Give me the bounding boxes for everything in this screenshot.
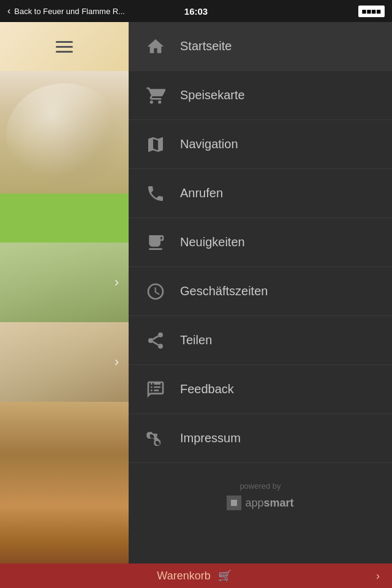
newspaper-icon xyxy=(143,230,168,255)
hamburger-line-2 xyxy=(56,46,73,48)
menu-item-anrufen[interactable]: Anrufen xyxy=(129,169,392,218)
green-highlight-bar xyxy=(0,194,129,243)
svg-point-2 xyxy=(158,344,163,349)
hamburger-line-1 xyxy=(56,41,73,43)
food-image-droplets xyxy=(0,71,129,194)
warenkorb-section[interactable]: Warenkorb 🛒 xyxy=(12,569,376,582)
svg-line-3 xyxy=(153,342,158,345)
feedback-icon xyxy=(143,377,168,402)
left-images: › › xyxy=(0,71,129,564)
status-time: 16:03 xyxy=(184,6,208,17)
home-icon xyxy=(143,34,168,59)
menu-label-navigation: Navigation xyxy=(180,137,238,151)
menu-label-teilen: Teilen xyxy=(180,333,212,347)
hamburger-line-3 xyxy=(56,51,73,53)
appsmart-icon-inner xyxy=(231,500,237,506)
handshake-icon xyxy=(143,426,168,451)
appsmart-logo: appsmart xyxy=(227,496,293,510)
menu-label-speisekarte: Speisekarte xyxy=(180,88,245,102)
status-battery: ■■■■ xyxy=(358,6,385,17)
menu-label-startseite: Startseite xyxy=(180,39,232,53)
warenkorb-label: Warenkorb xyxy=(157,570,210,582)
back-label: Back to Feuer und Flamme R... xyxy=(14,7,125,16)
menu-item-teilen[interactable]: Teilen xyxy=(129,316,392,365)
status-bar: ‹ Back to Feuer und Flamme R... 16:03 ■■… xyxy=(0,0,392,22)
svg-point-0 xyxy=(158,332,163,337)
burger-image xyxy=(0,402,129,564)
bottom-chevron-icon[interactable]: › xyxy=(376,570,380,582)
cart-icon xyxy=(143,83,168,108)
menu-item-startseite[interactable]: Startseite xyxy=(129,22,392,71)
menu-label-geschaeftszeiten: Geschäftszeiten xyxy=(180,284,268,298)
powered-by-label: powered by xyxy=(239,481,281,491)
menu-item-navigation[interactable]: Navigation xyxy=(129,120,392,169)
status-back[interactable]: ‹ Back to Feuer und Flamme R... xyxy=(7,6,125,17)
menu-item-neuigkeiten[interactable]: Neuigkeiten xyxy=(129,218,392,267)
warenkorb-cart-icon: 🛒 xyxy=(218,569,232,582)
menu-label-feedback: Feedback xyxy=(180,382,234,396)
left-panel: › › xyxy=(0,22,129,564)
left-header xyxy=(0,22,129,71)
menu-item-geschaeftszeiten[interactable]: Geschäftszeiten xyxy=(129,267,392,316)
menu-label-impressum: Impressum xyxy=(180,431,241,445)
chevron-right-icon-1: › xyxy=(115,274,119,290)
back-arrow-icon: ‹ xyxy=(7,6,10,17)
chevron-right-icon-2: › xyxy=(115,354,119,370)
main-layout: › › Startseite xyxy=(0,22,392,564)
hamburger-menu-button[interactable] xyxy=(56,41,73,53)
phone-icon xyxy=(143,181,168,206)
menu-item-feedback[interactable]: Feedback xyxy=(129,365,392,414)
menu-label-neuigkeiten: Neuigkeiten xyxy=(180,235,245,249)
food-section-1[interactable]: › xyxy=(0,243,129,322)
food-section-2[interactable]: › xyxy=(0,322,129,402)
appsmart-text: appsmart xyxy=(245,497,293,510)
appsmart-icon xyxy=(227,496,241,510)
svg-point-1 xyxy=(148,338,153,343)
map-icon xyxy=(143,132,168,157)
menu-item-impressum[interactable]: Impressum xyxy=(129,414,392,463)
powered-by-section: powered by appsmart xyxy=(129,463,392,564)
right-panel: Startseite Speisekarte Navigation xyxy=(129,22,392,564)
menu-item-speisekarte[interactable]: Speisekarte xyxy=(129,71,392,120)
clock-icon xyxy=(143,279,168,304)
menu-label-anrufen: Anrufen xyxy=(180,186,223,200)
share-icon xyxy=(143,328,168,353)
svg-line-4 xyxy=(153,336,158,339)
bottom-bar[interactable]: Warenkorb 🛒 › xyxy=(0,564,392,588)
